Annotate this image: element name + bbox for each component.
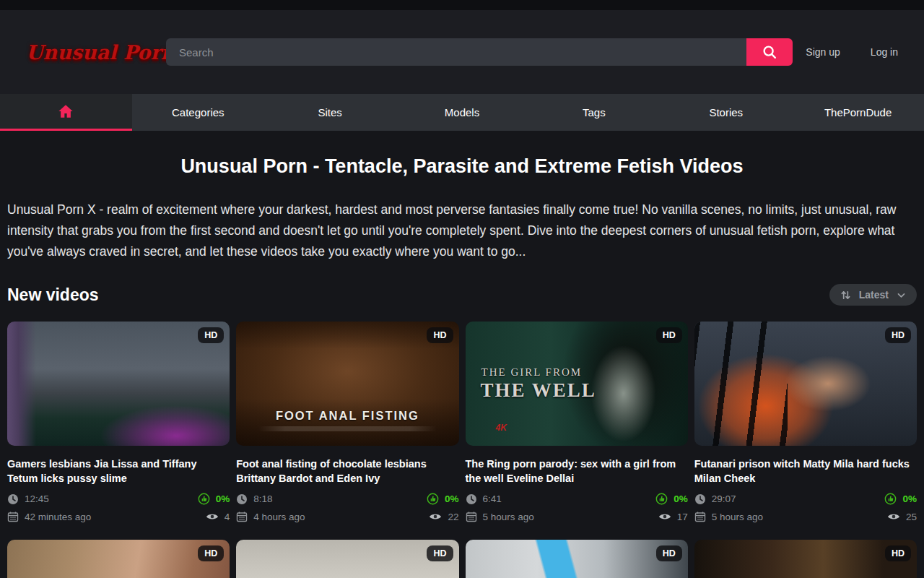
- hd-badge: HD: [427, 545, 453, 561]
- video-rating: 0%: [216, 493, 230, 504]
- video-rating: 0%: [674, 493, 688, 504]
- thumbs-up-icon: [198, 493, 210, 505]
- video-views: 17: [677, 512, 688, 522]
- signup-link[interactable]: Sign up: [806, 46, 840, 58]
- page-title: Unusual Porn - Tentacle, Parasite and Ex…: [7, 155, 917, 178]
- video-card[interactable]: HD: [466, 540, 688, 578]
- thumbnail-credits-line: [258, 426, 437, 431]
- clock-icon: [7, 493, 19, 505]
- hd-badge: HD: [198, 545, 224, 561]
- thumbs-up-icon: [655, 493, 668, 505]
- video-date: 4 hours ago: [253, 512, 305, 522]
- video-meta-row: 29:07 0%: [694, 493, 917, 505]
- video-date: 5 hours ago: [712, 512, 763, 522]
- video-duration: 12:45: [25, 493, 49, 504]
- sort-dropdown[interactable]: Latest: [829, 284, 917, 306]
- video-rating: 0%: [445, 493, 459, 504]
- calendar-icon: [7, 511, 19, 522]
- thumbs-up-icon: [884, 493, 897, 505]
- thumbnail-caption: THE GIRL FROM: [481, 366, 583, 379]
- video-thumbnail[interactable]: HD FOOT ANAL FISTING: [236, 322, 458, 446]
- video-meta-row: 8:18 0%: [236, 493, 458, 505]
- video-thumbnail[interactable]: HD: [466, 540, 688, 578]
- hd-badge: HD: [427, 327, 453, 343]
- video-thumbnail[interactable]: HD: [236, 540, 458, 578]
- auth-links: Sign up Log in: [806, 46, 898, 58]
- video-card[interactable]: HD: [236, 540, 458, 578]
- calendar-icon: [694, 511, 706, 522]
- eye-icon: [429, 512, 442, 522]
- video-card[interactable]: HD: [7, 540, 230, 578]
- video-rating: 0%: [902, 493, 917, 504]
- calendar-icon: [466, 511, 477, 522]
- thumbnail-caption: THE WELL: [481, 379, 596, 402]
- main-content: Unusual Porn - Tentacle, Parasite and Ex…: [0, 155, 924, 578]
- chevron-down-icon: [897, 290, 906, 300]
- video-meta-row: 42 minutes ago 4: [7, 511, 230, 522]
- main-nav: Categories Sites Models Tags Stories The…: [0, 94, 924, 131]
- hd-badge: HD: [656, 327, 682, 343]
- search-form: [166, 38, 793, 66]
- nav-item-models[interactable]: Models: [396, 94, 528, 131]
- video-date: 5 hours ago: [483, 512, 534, 522]
- video-views: 25: [906, 512, 917, 522]
- video-date: 42 minutes ago: [25, 512, 91, 522]
- video-title[interactable]: The Ring porn parody: sex with a girl fr…: [466, 457, 688, 486]
- video-card[interactable]: HD: [694, 540, 917, 578]
- video-thumbnail[interactable]: HD: [7, 322, 230, 446]
- sort-label: Latest: [859, 289, 889, 301]
- thumbs-up-icon: [427, 493, 439, 505]
- eye-icon: [658, 512, 671, 522]
- eye-icon: [206, 512, 219, 522]
- top-strip: [0, 0, 924, 10]
- video-meta-row: 5 hours ago 17: [466, 511, 688, 522]
- home-icon: [58, 103, 74, 119]
- nav-item-home[interactable]: [0, 94, 132, 131]
- video-views: 22: [448, 512, 458, 522]
- video-thumbnail[interactable]: HD: [694, 540, 917, 578]
- video-grid: HD Gamers lesbians Jia Lissa and Tiffany…: [7, 322, 917, 578]
- site-logo[interactable]: Unusual Porn: [26, 41, 150, 64]
- video-meta-row: 12:45 0%: [7, 493, 230, 505]
- video-title[interactable]: Gamers lesbians Jia Lissa and Tiffany Te…: [7, 457, 230, 486]
- eye-icon: [887, 512, 900, 522]
- video-meta-row: 5 hours ago 25: [694, 511, 917, 522]
- section-title: New videos: [7, 285, 99, 305]
- video-views: 4: [225, 512, 230, 522]
- calendar-icon: [236, 511, 248, 522]
- search-input[interactable]: [166, 38, 746, 66]
- hd-badge: HD: [198, 327, 224, 343]
- clock-icon: [694, 493, 706, 505]
- nav-item-tags[interactable]: Tags: [528, 94, 660, 131]
- nav-item-theporndude[interactable]: ThePornDude: [792, 94, 924, 131]
- thumbnail-caption: FOOT ANAL FISTING: [236, 409, 458, 423]
- video-meta-row: 4 hours ago 22: [236, 511, 458, 522]
- hd-badge: HD: [885, 327, 911, 343]
- video-title[interactable]: Foot anal fisting of chocolate lesbians …: [236, 457, 458, 486]
- video-card[interactable]: HD FOOT ANAL FISTING Foot anal fisting o…: [236, 322, 458, 522]
- search-button[interactable]: [746, 38, 793, 66]
- page-description: Unusual Porn X - realm of excitement whe…: [7, 199, 917, 262]
- video-card[interactable]: HD Futanari prison witch Matty Mila hard…: [694, 322, 917, 522]
- nav-item-sites[interactable]: Sites: [264, 94, 396, 131]
- video-duration: 6:41: [483, 493, 502, 504]
- video-duration: 8:18: [253, 493, 272, 504]
- video-thumbnail[interactable]: HD: [7, 540, 230, 578]
- section-header: New videos Latest: [7, 284, 917, 306]
- thumbnail-4k-label: 4K: [496, 423, 507, 433]
- sort-icon: [840, 290, 851, 301]
- video-title[interactable]: Futanari prison witch Matty Mila hard fu…: [694, 457, 917, 486]
- login-link[interactable]: Log in: [871, 46, 898, 58]
- nav-item-stories[interactable]: Stories: [660, 94, 792, 131]
- search-icon: [762, 44, 777, 60]
- video-thumbnail[interactable]: HD: [694, 322, 917, 446]
- video-meta-row: 6:41 0%: [466, 493, 688, 505]
- clock-icon: [466, 493, 477, 505]
- hd-badge: HD: [885, 545, 911, 561]
- video-thumbnail[interactable]: HD THE GIRL FROM THE WELL 4K: [466, 322, 688, 446]
- video-duration: 29:07: [712, 493, 736, 504]
- nav-item-categories[interactable]: Categories: [132, 94, 264, 131]
- clock-icon: [236, 493, 248, 505]
- video-card[interactable]: HD Gamers lesbians Jia Lissa and Tiffany…: [7, 322, 230, 522]
- video-card[interactable]: HD THE GIRL FROM THE WELL 4K The Ring po…: [466, 322, 688, 522]
